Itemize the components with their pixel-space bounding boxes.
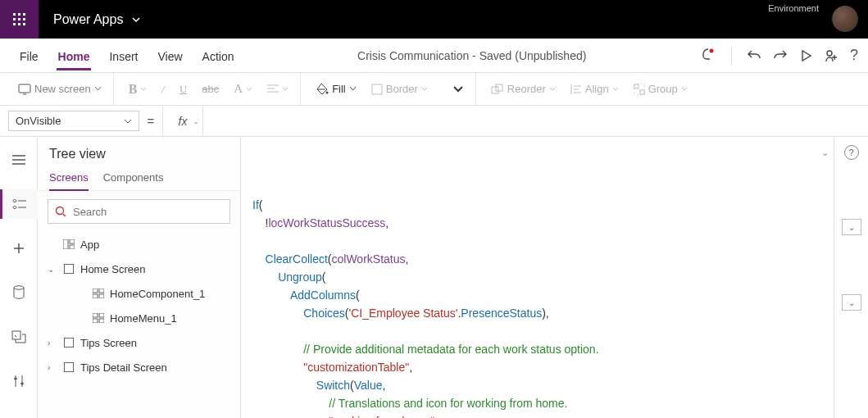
- svg-rect-14: [492, 87, 498, 93]
- help-icon[interactable]: ?: [850, 47, 858, 64]
- svg-rect-25: [70, 239, 75, 243]
- play-icon[interactable]: [799, 49, 812, 62]
- underline-button[interactable]: U: [176, 80, 190, 99]
- svg-point-12: [326, 91, 329, 93]
- rail-media[interactable]: [0, 322, 38, 352]
- align-button[interactable]: Align: [567, 80, 622, 98]
- svg-rect-32: [93, 313, 98, 317]
- reorder-button[interactable]: Reorder: [488, 80, 559, 98]
- group-button[interactable]: Group: [630, 80, 691, 98]
- svg-point-21: [14, 378, 16, 380]
- tree-node[interactable]: ›Tips Detail Screen: [38, 355, 240, 379]
- rail-advanced[interactable]: [0, 366, 38, 396]
- divider: [731, 47, 732, 65]
- tree-node-label: Tips Detail Screen: [80, 361, 167, 374]
- svg-rect-5: [23, 18, 25, 20]
- tree-node[interactable]: ⌄Home Screen: [38, 257, 240, 281]
- svg-rect-18: [634, 84, 645, 95]
- rail-data[interactable]: [0, 278, 38, 307]
- menu-action[interactable]: Action: [193, 42, 244, 70]
- font-color-button[interactable]: A: [230, 79, 256, 99]
- svg-rect-3: [13, 18, 16, 20]
- properties-help-icon[interactable]: ?: [844, 145, 859, 160]
- fill-button[interactable]: Fill: [312, 80, 360, 99]
- property-select[interactable]: OnVisible: [8, 111, 139, 131]
- svg-rect-0: [13, 13, 16, 16]
- tree-node-label: HomeComponent_1: [110, 288, 205, 300]
- svg-point-22: [20, 383, 23, 385]
- align-label: Align: [585, 83, 609, 95]
- svg-rect-1: [18, 13, 20, 16]
- redo-icon[interactable]: [773, 48, 788, 63]
- svg-rect-2: [23, 13, 25, 16]
- rail-insert[interactable]: [0, 234, 38, 263]
- svg-rect-8: [23, 23, 25, 25]
- new-screen-button[interactable]: New screen: [15, 80, 105, 98]
- menu-home[interactable]: Home: [48, 42, 100, 70]
- tree-node-label: HomeMenu_1: [110, 312, 177, 325]
- search-icon: [55, 206, 66, 217]
- svg-rect-36: [65, 338, 74, 348]
- svg-rect-15: [496, 84, 502, 91]
- collapse-panel-icon[interactable]: ⌄: [842, 219, 861, 235]
- undo-icon[interactable]: [747, 48, 761, 63]
- menu-file[interactable]: File: [10, 42, 48, 70]
- rail-tree-view[interactable]: [0, 189, 38, 219]
- svg-rect-28: [93, 289, 98, 293]
- chevron-down-icon[interactable]: ⌄: [821, 143, 829, 161]
- tab-screens[interactable]: Screens: [49, 165, 89, 190]
- collapse-panel-icon[interactable]: ⌄: [842, 294, 861, 311]
- tree-node-label: App: [80, 239, 99, 251]
- svg-rect-7: [18, 23, 20, 25]
- fx-button[interactable]: fx⌄: [162, 106, 203, 136]
- menu-insert[interactable]: Insert: [99, 42, 148, 70]
- group-label: Group: [648, 83, 678, 95]
- fill-icon: [316, 83, 329, 96]
- avatar[interactable]: [832, 6, 858, 32]
- screen-icon: [62, 338, 75, 348]
- italic-button[interactable]: /: [158, 80, 168, 99]
- svg-rect-17: [640, 90, 644, 94]
- tree-node-label: Tips Screen: [80, 337, 137, 349]
- border-button[interactable]: Border: [368, 80, 431, 98]
- svg-rect-26: [70, 245, 75, 249]
- reorder-label: Reorder: [507, 83, 546, 95]
- tree-node[interactable]: App: [38, 232, 240, 257]
- waffle-menu[interactable]: [0, 0, 39, 39]
- strikethrough-button[interactable]: abc: [198, 80, 222, 98]
- app-checker-icon[interactable]: [700, 48, 716, 64]
- expander-icon[interactable]: ›: [48, 363, 57, 372]
- search-box[interactable]: [48, 199, 230, 224]
- tree-node[interactable]: HomeComponent_1: [38, 281, 240, 306]
- tab-components[interactable]: Components: [103, 165, 164, 190]
- rail-hamburger[interactable]: [0, 145, 38, 175]
- tree-node[interactable]: HomeMenu_1: [38, 306, 240, 330]
- tree-node[interactable]: ›Tips Screen: [38, 330, 240, 355]
- expand-toolbar-button[interactable]: [449, 82, 467, 97]
- bold-button[interactable]: B: [125, 79, 151, 100]
- svg-rect-24: [63, 239, 68, 249]
- svg-rect-16: [634, 84, 639, 89]
- share-icon[interactable]: [824, 48, 838, 63]
- svg-rect-6: [13, 23, 16, 25]
- app-title[interactable]: Power Apps: [39, 12, 156, 27]
- search-input[interactable]: [73, 206, 223, 218]
- tree-node-label: Home Screen: [80, 263, 145, 275]
- app-icon: [62, 239, 75, 249]
- svg-rect-4: [18, 18, 20, 20]
- svg-rect-33: [99, 313, 104, 317]
- menu-view[interactable]: View: [148, 42, 192, 70]
- svg-rect-20: [12, 331, 20, 339]
- formula-editor[interactable]: ⌄ If( !locWorkStatusSuccess, ClearCollec…: [241, 137, 834, 418]
- svg-rect-11: [19, 84, 30, 93]
- new-screen-label: New screen: [34, 83, 91, 95]
- svg-rect-37: [65, 363, 74, 372]
- property-value: OnVisible: [16, 115, 61, 127]
- chevron-down-icon: [131, 15, 141, 25]
- app-title-text: Power Apps: [53, 12, 123, 27]
- text-align-button[interactable]: [264, 81, 292, 98]
- comp-icon: [92, 313, 105, 323]
- expander-icon[interactable]: ⌄: [48, 265, 57, 274]
- chevron-down-icon: [349, 85, 357, 93]
- expander-icon[interactable]: ›: [48, 338, 57, 348]
